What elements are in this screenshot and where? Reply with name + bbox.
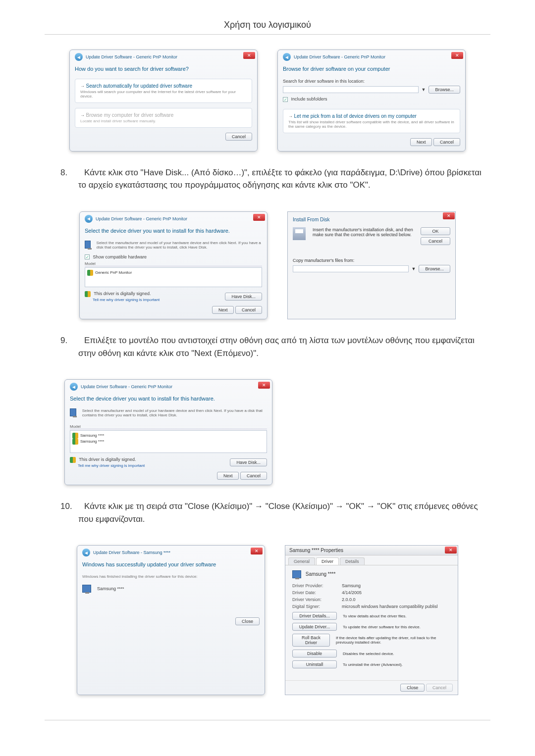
copy-from-input[interactable] — [293, 265, 409, 272]
dialog-row-4: ✕ ◄ Update Driver Software - Samsung ***… — [45, 545, 490, 695]
monitor-icon — [292, 570, 301, 578]
show-compatible-checkbox[interactable]: ✓ — [85, 254, 90, 259]
dialog-heading: Browse for driver software on your compu… — [283, 66, 460, 72]
rollback-button[interactable]: Roll Back Driver — [292, 634, 330, 647]
select-driver-dialog-1: ✕ ◄ Update Driver Software - Generic PnP… — [79, 211, 268, 320]
success-subtext: Windows has finished installing the driv… — [82, 574, 260, 579]
ok-button[interactable]: OK — [421, 227, 450, 235]
close-icon[interactable]: ✕ — [253, 214, 265, 221]
next-button[interactable]: Next — [212, 306, 234, 314]
copy-from-label: Copy manufacturer's files from: — [293, 258, 450, 263]
show-compatible-label: Show compatible hardware — [93, 254, 147, 259]
signer-value: microsoft windows hardware compatibility… — [342, 604, 438, 609]
monitor-icon — [85, 241, 91, 249]
dialog-heading: Select the device driver you want to ins… — [85, 228, 262, 234]
install-from-disk-dialog: ✕ Install From Disk Insert the manufactu… — [287, 211, 456, 320]
include-subfolders-checkbox[interactable]: ✓ — [283, 97, 288, 102]
cancel-button[interactable]: Cancel — [225, 133, 252, 141]
update-driver-desc: To update the driver software for this d… — [343, 625, 421, 629]
shield-icon — [72, 439, 78, 445]
close-icon[interactable]: ✕ — [243, 52, 255, 59]
close-icon[interactable]: ✕ — [451, 52, 463, 59]
dialog-row-2: ✕ ◄ Update Driver Software - Generic PnP… — [45, 211, 490, 320]
have-disk-button[interactable]: Have Disk... — [225, 293, 262, 301]
list-item[interactable]: Samsung **** — [80, 439, 104, 444]
model-list[interactable]: Generic PnP Monitor — [85, 267, 262, 287]
disable-button[interactable]: Disable — [292, 650, 337, 657]
close-icon[interactable]: ✕ — [251, 548, 263, 554]
option-title: Let me pick from a list of device driver… — [294, 113, 417, 119]
update-driver-search-dialog: ✕ ◄ Update Driver Software - Generic PnP… — [69, 50, 258, 151]
tab-details[interactable]: Details — [340, 557, 365, 565]
date-label: Driver Date: — [292, 590, 342, 595]
success-dialog: ✕ ◄ Update Driver Software - Samsung ***… — [77, 545, 265, 695]
dialog-title: Update Driver Software - Generic PnP Mon… — [96, 216, 187, 221]
back-icon[interactable]: ◄ — [70, 383, 78, 391]
device-name: Samsung **** — [306, 571, 336, 577]
option-subtext: Locate and install driver software manua… — [80, 119, 247, 123]
uninstall-desc: To uninstall the driver (Advanced). — [343, 662, 403, 667]
disable-desc: Disables the selected device. — [343, 652, 394, 656]
close-icon[interactable]: ✕ — [443, 212, 455, 219]
option-subtext: Windows will search your computer and th… — [80, 90, 247, 99]
back-icon[interactable]: ◄ — [82, 549, 90, 556]
option-pick-from-list[interactable]: → Let me pick from a list of device driv… — [283, 109, 460, 133]
option-title: Browse my computer for driver software — [86, 112, 174, 118]
close-icon[interactable]: ✕ — [258, 382, 270, 389]
signed-text: This driver is digitally signed. — [94, 292, 151, 297]
cancel-button[interactable]: Cancel — [240, 472, 267, 480]
help-text: Select the manufacturer and model of you… — [82, 408, 267, 417]
include-subfolders-label: Include subfolders — [291, 97, 327, 101]
step-8: 8.Κάντε κλικ στο "Have Disk... (Από δίσκ… — [45, 166, 490, 192]
close-button[interactable]: Close — [235, 617, 260, 625]
close-button[interactable]: Close — [400, 684, 425, 692]
back-icon[interactable]: ◄ — [283, 53, 291, 61]
signed-text: This driver is digitally signed. — [79, 457, 136, 462]
tab-driver[interactable]: Driver — [316, 557, 339, 565]
back-icon[interactable]: ◄ — [75, 53, 83, 61]
tab-general[interactable]: General — [288, 557, 315, 565]
rollback-desc: If the device fails after updating the d… — [336, 636, 451, 645]
cancel-button[interactable]: Cancel — [421, 237, 450, 245]
provider-value: Samsung — [342, 583, 361, 588]
close-icon[interactable]: ✕ — [445, 547, 457, 554]
model-list[interactable]: Samsung **** Samsung **** — [70, 430, 267, 453]
step-text: Κάντε κλικ με τη σειρά στα "Close (Κλείσ… — [78, 502, 478, 524]
option-auto-search[interactable]: → Search automatically for updated drive… — [75, 79, 252, 103]
option-browse-computer[interactable]: → Browse my computer for driver software… — [75, 108, 252, 128]
cancel-button[interactable]: Cancel — [433, 138, 460, 146]
shield-icon — [87, 270, 93, 276]
step-text: Κάντε κλικ στο "Have Disk... (Από δίσκο…… — [78, 168, 482, 190]
have-disk-button[interactable]: Have Disk... — [230, 458, 267, 466]
step-10: 10.Κάντε κλικ με τη σειρά στα "Close (Κλ… — [45, 500, 490, 525]
why-signing-link[interactable]: Tell me why driver signing is important — [93, 298, 160, 302]
list-item[interactable]: Generic PnP Monitor — [95, 270, 132, 275]
next-button[interactable]: Next — [217, 472, 239, 480]
signer-label: Digital Signer: — [292, 604, 342, 609]
list-item[interactable]: Samsung **** — [80, 433, 104, 438]
install-disk-message: Insert the manufacturer's installation d… — [313, 227, 418, 237]
cancel-button[interactable]: Cancel — [235, 306, 262, 314]
device-name: Samsung **** — [97, 586, 124, 591]
model-column-header: Model — [70, 424, 267, 429]
browse-driver-dialog: ✕ ◄ Update Driver Software - Generic PnP… — [277, 50, 466, 151]
dialog-heading: Windows has successfully updated your dr… — [82, 561, 260, 567]
step-number: 10. — [69, 500, 84, 513]
dialog-title: Install From Disk — [293, 217, 450, 222]
driver-details-button[interactable]: Driver Details... — [292, 612, 337, 620]
monitor-icon — [70, 408, 76, 416]
help-text: Select the manufacturer and model of you… — [97, 241, 262, 250]
uninstall-button[interactable]: Uninstall — [292, 660, 337, 668]
why-signing-link[interactable]: Tell me why driver signing is important — [78, 463, 145, 468]
browse-button[interactable]: Browse... — [419, 265, 450, 273]
path-input[interactable] — [283, 86, 419, 93]
next-button[interactable]: Next — [410, 138, 432, 146]
update-driver-button[interactable]: Update Driver... — [292, 623, 337, 631]
browse-button[interactable]: Browse... — [428, 86, 460, 94]
back-icon[interactable]: ◄ — [85, 215, 93, 223]
dialog-heading: Select the device driver you want to ins… — [70, 396, 267, 402]
version-label: Driver Version: — [292, 597, 342, 602]
option-title: Search automatically for updated driver … — [86, 83, 193, 89]
model-column-header: Model — [85, 261, 262, 266]
monitor-icon — [82, 585, 91, 593]
